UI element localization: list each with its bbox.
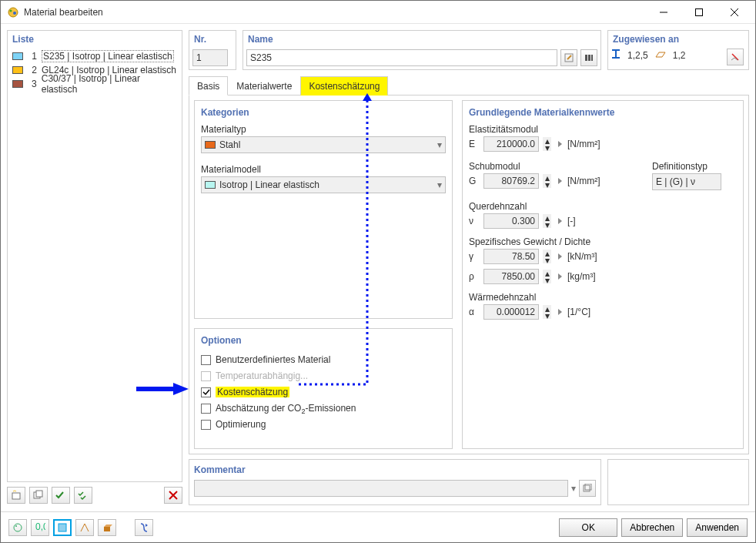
color-swatch bbox=[205, 181, 216, 189]
expand-icon[interactable] bbox=[558, 218, 562, 224]
script-button[interactable] bbox=[135, 519, 153, 536]
checkbox-icon bbox=[201, 387, 211, 397]
spinner[interactable]: ▴▾ bbox=[543, 137, 551, 151]
gmod-input[interactable]: 80769.2 bbox=[483, 173, 539, 189]
rho-symbol: ρ bbox=[469, 271, 480, 282]
window-title: Material bearbeiten bbox=[24, 7, 646, 18]
rho-input[interactable]: 7850.00 bbox=[483, 269, 539, 284]
svg-point-0 bbox=[8, 8, 18, 17]
help-button[interactable] bbox=[8, 519, 27, 536]
expand-icon[interactable] bbox=[558, 141, 562, 147]
deftype-value[interactable]: E | (G) | ν bbox=[652, 173, 721, 190]
expand-icon[interactable] bbox=[558, 309, 562, 315]
spinner[interactable]: ▴▾ bbox=[543, 214, 551, 228]
delete-item-button[interactable] bbox=[164, 487, 182, 504]
list-toolbar bbox=[7, 485, 182, 505]
ok-button[interactable]: OK bbox=[559, 518, 617, 537]
units-button[interactable]: 0,00 bbox=[31, 519, 49, 536]
gamma-input[interactable]: 78.50 bbox=[483, 249, 539, 264]
svg-rect-19 bbox=[59, 524, 66, 531]
svg-point-1 bbox=[10, 9, 12, 12]
gmod-label: Schubmodul bbox=[469, 161, 629, 172]
checkbox-user-material[interactable]: Benutzerdefiniertes Material bbox=[201, 352, 446, 367]
color-swatch bbox=[12, 80, 23, 88]
spinner[interactable]: ▴▾ bbox=[543, 270, 551, 283]
titlebar: Material bearbeiten bbox=[1, 1, 755, 24]
gamma-symbol: γ bbox=[469, 251, 480, 262]
list-item-num: 2 bbox=[28, 65, 37, 75]
tab-basis[interactable]: Basis bbox=[189, 76, 228, 96]
spinner[interactable]: ▴▾ bbox=[543, 174, 551, 188]
list-item[interactable]: 3 C30/37 | Isotrop | Linear elastisch bbox=[11, 77, 179, 91]
name-input[interactable]: S235 bbox=[246, 49, 557, 66]
view-solid-button[interactable] bbox=[98, 519, 116, 536]
svg-rect-9 bbox=[36, 491, 42, 497]
view-model-button[interactable] bbox=[53, 519, 72, 536]
poisson-symbol: ν bbox=[469, 216, 480, 226]
close-button[interactable] bbox=[717, 1, 752, 23]
materialtyp-value: Stahl bbox=[219, 139, 433, 150]
chevron-down-icon[interactable]: ▾ bbox=[571, 483, 576, 494]
materialtyp-label: Materialtyp bbox=[201, 124, 446, 135]
expand-icon[interactable] bbox=[558, 253, 562, 260]
check-all-button[interactable] bbox=[74, 487, 92, 504]
list-title: Liste bbox=[12, 34, 179, 45]
emod-unit: [N/mm²] bbox=[567, 139, 600, 149]
check-single-button[interactable] bbox=[52, 487, 70, 504]
nr-input[interactable]: 1 bbox=[192, 49, 228, 66]
assigned-surfaces: 1,2 bbox=[670, 50, 689, 61]
spinner[interactable]: ▴▾ bbox=[543, 250, 551, 263]
app-icon bbox=[7, 6, 19, 18]
checkbox-icon bbox=[201, 420, 211, 430]
poisson-input[interactable]: 0.300 bbox=[483, 213, 539, 229]
poisson-label: Querdehnzahl bbox=[469, 201, 737, 212]
materialtyp-dropdown[interactable]: Stahl ▾ bbox=[201, 136, 446, 153]
chevron-down-icon: ▾ bbox=[437, 139, 442, 150]
dialog-window: Material bearbeiten Liste 1 S235 | Isotr… bbox=[0, 0, 756, 543]
expand-icon[interactable] bbox=[558, 178, 562, 184]
apply-button[interactable]: Anwenden bbox=[687, 518, 748, 537]
checkbox-icon bbox=[201, 404, 211, 414]
comment-library-button[interactable] bbox=[579, 480, 596, 497]
nr-panel: Nr. 1 bbox=[189, 30, 236, 70]
assigned-label: Zugewiesen an bbox=[613, 34, 745, 45]
checkbox-icon bbox=[201, 355, 211, 365]
dialog-footer: 0,00 OK Abbrechen Anwenden bbox=[1, 511, 755, 542]
svg-rect-4 bbox=[696, 8, 703, 15]
svg-rect-7 bbox=[12, 493, 20, 499]
categories-panel: Kategorien Materialtyp Stahl ▾ Materialm… bbox=[194, 100, 453, 319]
clear-assignment-button[interactable] bbox=[727, 49, 744, 65]
list-item[interactable]: 1 S235 | Isotrop | Linear elastisch bbox=[11, 49, 179, 63]
alpha-input[interactable]: 0.000012 bbox=[483, 304, 539, 320]
list-item-num: 1 bbox=[28, 51, 37, 62]
svg-point-2 bbox=[13, 12, 16, 15]
properties-panel: Grundlegende Materialkennwerte Elastizit… bbox=[462, 100, 744, 449]
emod-input[interactable]: 210000.0 bbox=[483, 136, 539, 152]
maximize-button[interactable] bbox=[681, 1, 717, 23]
svg-rect-20 bbox=[104, 527, 110, 531]
checkbox-optimization[interactable]: Optimierung bbox=[201, 417, 446, 432]
checkbox-cost-estimation[interactable]: Kostenschätzung bbox=[201, 384, 446, 400]
name-panel: Name S235 bbox=[243, 30, 601, 70]
options-panel: Optionen Benutzerdefiniertes Material Te… bbox=[194, 328, 453, 449]
copy-item-button[interactable] bbox=[29, 487, 48, 504]
svg-rect-14 bbox=[584, 485, 590, 491]
new-item-button[interactable] bbox=[7, 487, 25, 504]
color-swatch bbox=[12, 52, 23, 60]
checkbox-co2[interactable]: Abschätzung der CO2-Emissionen bbox=[201, 401, 446, 416]
view-wire-button[interactable] bbox=[75, 519, 94, 536]
edit-name-button[interactable] bbox=[560, 49, 577, 66]
tab-kostenschaetzung[interactable]: Kostenschätzung bbox=[300, 76, 388, 96]
spinner[interactable]: ▴▾ bbox=[543, 305, 551, 319]
cancel-button[interactable]: Abbrechen bbox=[621, 518, 683, 537]
minimize-button[interactable] bbox=[646, 1, 681, 23]
properties-title: Grundlegende Materialkennwerte bbox=[469, 107, 737, 118]
gmod-unit: [N/mm²] bbox=[567, 176, 600, 186]
expand-icon[interactable] bbox=[558, 273, 562, 280]
materialmodell-dropdown[interactable]: Isotrop | Linear elastisch ▾ bbox=[201, 176, 446, 193]
comment-input[interactable] bbox=[194, 480, 568, 497]
tab-materialwerte[interactable]: Materialwerte bbox=[228, 76, 300, 96]
checkbox-temperature: Temperaturabhängig... bbox=[201, 368, 446, 384]
library-button[interactable] bbox=[580, 49, 597, 66]
svg-point-17 bbox=[15, 525, 17, 527]
